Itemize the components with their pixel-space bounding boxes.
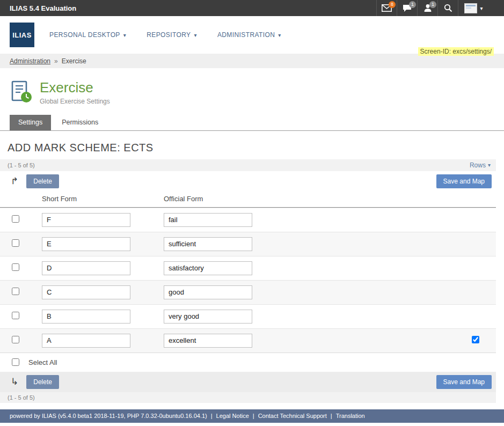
app-title: ILIAS 5.4 Evaluation (0, 0, 76, 16)
mail-button[interactable]: 8 (376, 0, 397, 16)
page-header: Exercise Global Exercise Settings (10, 80, 504, 105)
nav-label: REPOSITORY (147, 31, 191, 39)
table-row (0, 208, 496, 232)
tab-bar: Settings Permissions (0, 115, 504, 131)
delete-button-top[interactable]: Delete (26, 174, 59, 188)
row-select-checkbox[interactable] (12, 312, 19, 319)
top-bar: ILIAS 5.4 Evaluation 8 1 1 ▾ (0, 0, 504, 16)
table-toolbar-top: ↱ Delete Save and Map (0, 171, 496, 192)
footer-link-contact-support[interactable]: Contact Technical Support (258, 413, 327, 419)
footer-separator: | (211, 413, 213, 419)
table-body (0, 208, 496, 352)
exercise-icon (10, 80, 33, 104)
mail-badge: 8 (389, 1, 396, 8)
footer-separator: | (253, 413, 254, 419)
table-toolbar-bottom: ↳ Delete Save and Map (0, 372, 496, 392)
table-row (0, 256, 496, 280)
search-button[interactable] (437, 0, 458, 16)
row-select-checkbox[interactable] (12, 215, 19, 223)
table-row (0, 304, 496, 328)
table-row (0, 232, 496, 256)
breadcrumb-separator: » (54, 57, 58, 65)
page-subtitle: Global Exercise Settings (40, 98, 110, 105)
official-form-input[interactable] (164, 285, 252, 299)
range-text: (1 - 5 of 5) (8, 162, 35, 168)
footer-link-translation[interactable]: Translation (336, 413, 365, 419)
tab-settings[interactable]: Settings (10, 115, 51, 130)
row-select-checkbox[interactable] (12, 336, 19, 343)
breadcrumb: Administration » Exercise (0, 54, 504, 68)
title-texts: Exercise Global Exercise Settings (40, 80, 110, 105)
official-form-input[interactable] (164, 261, 252, 275)
official-form-input[interactable] (164, 237, 252, 251)
nav-label: ADMINISTRATION (217, 31, 275, 39)
short-form-input[interactable] (42, 261, 130, 275)
chat-button[interactable]: 1 (397, 0, 417, 16)
page-title: Exercise (40, 80, 110, 96)
tab-permissions[interactable]: Permissions (53, 115, 107, 130)
official-form-input[interactable] (164, 213, 252, 227)
nav-label: PERSONAL DESKTOP (49, 31, 120, 39)
nav-items: PERSONAL DESKTOP ▾ REPOSITORY ▾ ADMINIST… (49, 31, 281, 39)
save-and-map-button-top[interactable]: Save and Map (436, 174, 492, 188)
short-form-input[interactable] (42, 285, 130, 299)
short-form-input[interactable] (42, 310, 130, 324)
user-badge: 1 (429, 1, 436, 8)
rows-dropdown-label: Rows (470, 161, 486, 169)
breadcrumb-administration[interactable]: Administration (10, 57, 50, 65)
chevron-down-icon: ▾ (123, 32, 126, 38)
chevron-down-icon: ▾ (488, 162, 491, 168)
ilias-logo[interactable]: ILIAS (10, 23, 34, 47)
short-form-input[interactable] (42, 213, 130, 227)
table-row (0, 280, 496, 304)
official-form-input[interactable] (164, 334, 252, 348)
save-and-map-button-bottom[interactable]: Save and Map (436, 375, 492, 389)
search-icon (444, 4, 452, 12)
spacer (0, 403, 504, 409)
column-header-short-form: Short Form (32, 195, 154, 203)
screen-id-label: Screen-ID: excs/settings/ (418, 47, 494, 56)
range-text: (1 - 5 of 5) (8, 394, 35, 401)
short-form-input[interactable] (42, 334, 130, 348)
table-header-row: Short Form Official Form (0, 192, 496, 208)
row-select-checkbox[interactable] (12, 263, 19, 271)
apply-selection-up-icon: ↱ (11, 177, 18, 186)
topbar-icon-group: 8 1 1 ▾ (376, 0, 489, 16)
nav-repository[interactable]: REPOSITORY ▾ (147, 31, 197, 39)
select-all-checkbox[interactable] (12, 358, 19, 366)
table-range-bottom: (1 - 5 of 5) (0, 392, 496, 403)
footer-separator: | (331, 413, 332, 419)
delete-button-bottom[interactable]: Delete (26, 375, 59, 389)
table-range-top: (1 - 5 of 5) Rows ▾ (0, 159, 496, 171)
select-all-label: Select All (28, 358, 57, 366)
nav-administration[interactable]: ADMINISTRATION ▾ (217, 31, 281, 39)
footer-powered-by: powered by ILIAS (v5.4.0 beta1 2018-11-1… (10, 413, 207, 419)
breadcrumb-current: Exercise (62, 57, 86, 65)
row-select-checkbox[interactable] (12, 288, 19, 295)
passed-checkbox[interactable] (472, 336, 479, 343)
table-row (0, 328, 496, 352)
column-header-official-form: Official Form (154, 195, 455, 203)
chevron-down-icon: ▾ (278, 32, 281, 38)
nav-personal-desktop[interactable]: PERSONAL DESKTOP ▾ (49, 31, 126, 39)
avatar (464, 3, 477, 13)
apply-selection-down-icon: ↳ (11, 377, 18, 386)
chevron-down-icon: ▾ (480, 5, 483, 11)
footer-link-legal-notice[interactable]: Legal Notice (216, 413, 249, 419)
profile-menu-button[interactable]: ▾ (458, 0, 489, 16)
short-form-input[interactable] (42, 237, 130, 251)
official-form-input[interactable] (164, 310, 252, 324)
row-select-checkbox[interactable] (12, 239, 19, 247)
footer: powered by ILIAS (v5.4.0 beta1 2018-11-1… (0, 409, 504, 423)
section-title: ADD MARK SCHEME: ECTS (8, 142, 504, 154)
chevron-down-icon: ▾ (194, 32, 196, 38)
rows-dropdown[interactable]: Rows ▾ (470, 161, 491, 169)
mark-scheme-table: (1 - 5 of 5) Rows ▾ ↱ Delete Save and Ma… (0, 159, 496, 403)
user-button[interactable]: 1 (417, 0, 437, 16)
select-all-row: Select All (0, 352, 496, 372)
chat-badge: 1 (409, 1, 416, 8)
